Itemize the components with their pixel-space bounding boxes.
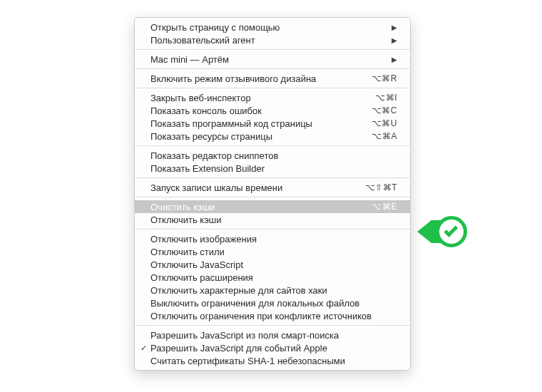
menu-separator <box>135 229 410 229</box>
menu-item-shortcut: ⌥⌘U <box>372 118 397 128</box>
chevron-right-icon: ▶ <box>392 24 397 31</box>
menu-item[interactable]: Очистить кэши⌥⌘E <box>135 200 410 213</box>
menu-separator <box>135 197 410 197</box>
menu-item-label: Отключить изображения <box>150 234 397 244</box>
badge-circle <box>436 216 467 247</box>
menu-item[interactable]: Считать сертификаты SHA-1 небезопасными <box>135 354 410 367</box>
menu-item[interactable]: Отключить изображения <box>135 232 410 245</box>
menu-item-label: Показать редактор сниппетов <box>150 150 397 161</box>
menu-item[interactable]: Mac mini — Артём▶ <box>135 53 410 66</box>
menu-item-label: Закрыть веб-инспектор <box>150 93 375 103</box>
menu-item-label: Разрешить JavaScript из поля смарт-поиск… <box>150 330 397 341</box>
menu-item[interactable]: Включить режим отзывчивого дизайна⌥⌘R <box>135 72 410 85</box>
menu-separator <box>135 177 410 178</box>
menu-item-shortcut: ⌥⌘I <box>375 93 397 103</box>
menu-item[interactable]: Отключить расширения <box>135 271 410 284</box>
menu-item-shortcut: ⌥⇧⌘T <box>365 182 397 192</box>
menu-item[interactable]: Открыть страницу с помощью▶ <box>135 21 410 33</box>
menu-item[interactable]: Показать Extension Builder <box>135 162 410 175</box>
menu-item-shortcut: ⌥⌘A <box>372 131 397 141</box>
menu-item-label: Отключить ограничения при конфликте исто… <box>150 311 397 321</box>
develop-context-menu: Открыть страницу с помощью▶Пользовательс… <box>134 17 411 371</box>
menu-item[interactable]: Показать ресурсы страницы⌥⌘A <box>135 130 410 143</box>
menu-item-label: Mac mini — Артём <box>150 54 392 65</box>
menu-item-shortcut: ⌥⌘C <box>372 105 397 115</box>
menu-item-label: Очистить кэши <box>150 202 372 212</box>
menu-item[interactable]: Отключить ограничения при конфликте исто… <box>135 309 410 322</box>
menu-item[interactable]: Показать редактор сниппетов <box>135 149 410 162</box>
menu-item-shortcut: ⌥⌘E <box>372 202 397 212</box>
menu-item-label: Отключить JavaScript <box>150 259 397 270</box>
menu-item[interactable]: Пользовательский агент▶ <box>135 33 410 46</box>
chevron-right-icon: ▶ <box>392 36 397 44</box>
menu-item-label: Включить режим отзывчивого дизайна <box>150 73 372 84</box>
menu-item[interactable]: Отключить кэши <box>135 213 410 226</box>
menu-item-label: Отключить характерные для сайтов хаки <box>150 285 397 296</box>
menu-item-label: Показать Extension Builder <box>150 163 397 174</box>
menu-item[interactable]: ✓Разрешить JavaScript для событий Apple <box>135 341 410 354</box>
menu-separator <box>135 145 410 146</box>
menu-item-label: Отключить расширения <box>150 272 397 283</box>
checkmark-icon: ✓ <box>140 344 147 353</box>
menu-item-label: Считать сертификаты SHA-1 небезопасными <box>150 356 397 366</box>
menu-separator <box>135 88 410 88</box>
callout-badge <box>417 213 467 250</box>
menu-item[interactable]: Показать программный код страницы⌥⌘U <box>135 117 410 130</box>
menu-item[interactable]: Закрыть веб-инспектор⌥⌘I <box>135 91 410 104</box>
menu-item-label: Запуск записи шкалы времени <box>150 182 365 193</box>
menu-separator <box>135 68 410 69</box>
menu-item-label: Разрешить JavaScript для событий Apple <box>150 343 397 354</box>
menu-item[interactable]: Показать консоль ошибок⌥⌘C <box>135 104 410 117</box>
menu-item-label: Отключить кэши <box>150 215 397 225</box>
menu-item[interactable]: Запуск записи шкалы времени⌥⇧⌘T <box>135 181 410 194</box>
menu-item-label: Открыть страницу с помощью <box>150 22 392 33</box>
menu-item[interactable]: Отключить JavaScript <box>135 258 410 271</box>
menu-item[interactable]: Отключить стили <box>135 245 410 258</box>
menu-item-label: Показать ресурсы страницы <box>150 131 372 142</box>
menu-item-shortcut: ⌥⌘R <box>372 73 397 83</box>
menu-item-label: Выключить ограничения для локальных файл… <box>150 298 397 309</box>
checkmark-icon <box>444 223 458 237</box>
badge-arrow-icon <box>417 220 431 243</box>
menu-separator <box>135 49 410 50</box>
menu-separator <box>135 325 410 326</box>
menu-item[interactable]: Выключить ограничения для локальных файл… <box>135 296 410 309</box>
chevron-right-icon: ▶ <box>392 56 397 63</box>
menu-item-label: Пользовательский агент <box>150 35 392 46</box>
menu-item-label: Отключить стили <box>150 247 397 257</box>
menu-item-label: Показать консоль ошибок <box>150 105 372 116</box>
menu-item[interactable]: Разрешить JavaScript из поля смарт-поиск… <box>135 329 410 341</box>
menu-item-label: Показать программный код страницы <box>150 118 372 129</box>
menu-item[interactable]: Отключить характерные для сайтов хаки <box>135 284 410 296</box>
